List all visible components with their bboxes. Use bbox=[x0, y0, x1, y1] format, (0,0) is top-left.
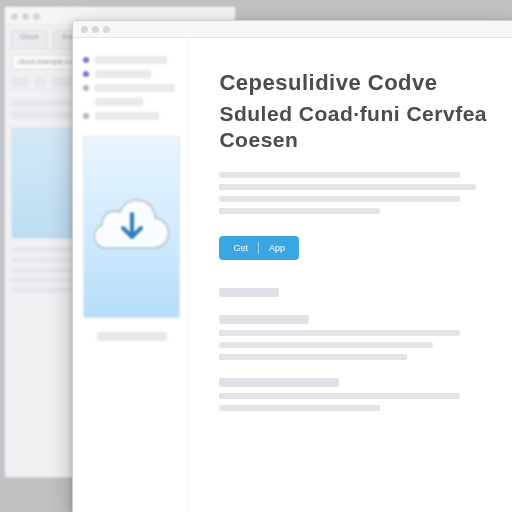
section-heading bbox=[219, 288, 279, 297]
bullet-icon bbox=[83, 113, 89, 119]
sidebar-item[interactable] bbox=[83, 70, 180, 78]
traffic-light-close[interactable] bbox=[11, 13, 18, 20]
bullet-icon bbox=[83, 71, 89, 77]
bullet-icon bbox=[83, 57, 89, 63]
page-title-line3: Coesen bbox=[219, 128, 487, 152]
divider bbox=[258, 242, 259, 254]
traffic-light-min[interactable] bbox=[92, 26, 99, 33]
cloud-download-icon bbox=[87, 188, 177, 258]
sidebar-subitem[interactable] bbox=[83, 98, 180, 106]
sidebar-item[interactable] bbox=[83, 84, 180, 92]
text-line bbox=[219, 330, 460, 336]
window-titlebar bbox=[73, 21, 512, 38]
intro-paragraph bbox=[219, 172, 487, 214]
page-title-line1: Cepesulidive Codve bbox=[219, 70, 487, 96]
cta-label: Get bbox=[233, 243, 248, 253]
text-line bbox=[219, 393, 460, 399]
sidebar-item-label bbox=[95, 98, 143, 106]
sidebar-item-label bbox=[95, 84, 175, 92]
sidebar-item-label bbox=[95, 112, 159, 120]
text-line bbox=[219, 172, 460, 178]
page-title-line2: Sduled Coad·funi Cervfea bbox=[219, 102, 487, 126]
hero-image bbox=[83, 136, 180, 318]
text-line bbox=[219, 196, 460, 202]
browser-tab[interactable]: Cloud bbox=[11, 30, 47, 49]
text-line bbox=[219, 342, 433, 348]
section-heading bbox=[219, 315, 309, 324]
traffic-light-close[interactable] bbox=[81, 26, 88, 33]
toolbar-button[interactable] bbox=[11, 77, 29, 87]
primary-cta-button[interactable]: Get App bbox=[219, 236, 299, 260]
left-sidebar bbox=[73, 38, 189, 512]
sidebar-item[interactable] bbox=[83, 112, 180, 120]
sidebar-item-label bbox=[95, 56, 167, 64]
sidebar-item-label bbox=[95, 70, 151, 78]
text-line bbox=[219, 405, 380, 411]
traffic-light-max[interactable] bbox=[33, 13, 40, 20]
traffic-light-max[interactable] bbox=[103, 26, 110, 33]
sidebar-item[interactable] bbox=[83, 56, 180, 64]
toolbar-button[interactable] bbox=[34, 77, 46, 87]
desktop: Cloud Downloads cloud.example.com/downlo… bbox=[0, 0, 512, 512]
text-line bbox=[219, 354, 406, 360]
document-window-front: Cepesulidive Codve Sduled Coad·funi Cerv… bbox=[72, 20, 512, 512]
cta-extra: App bbox=[269, 243, 285, 253]
section-heading bbox=[219, 378, 339, 387]
bullet-icon bbox=[83, 85, 89, 91]
main-content: Cepesulidive Codve Sduled Coad·funi Cerv… bbox=[189, 38, 512, 512]
text-line bbox=[219, 184, 476, 190]
text-line bbox=[219, 208, 380, 214]
hero-caption bbox=[97, 332, 167, 341]
traffic-light-min[interactable] bbox=[22, 13, 29, 20]
